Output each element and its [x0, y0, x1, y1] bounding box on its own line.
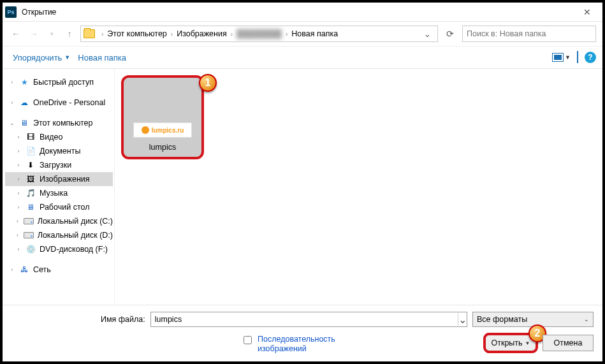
tree-label: Рабочий стол	[40, 203, 89, 212]
star-icon: ★	[19, 78, 29, 87]
filename-row: Имя файла: ⌄ Все форматы ⌄	[11, 312, 594, 327]
tree-music[interactable]: › 🎵 Музыка	[5, 186, 113, 200]
open-button[interactable]: Открыть ▼	[485, 335, 536, 351]
selection-highlight: lumpics.ru lumpics	[121, 75, 204, 159]
tree-pictures[interactable]: › 🖼 Изображения	[5, 172, 113, 186]
chevron-right-icon: ›	[228, 31, 235, 38]
open-label: Открыть	[491, 339, 522, 347]
window-title: Открытие	[22, 8, 574, 17]
nav-row: ← → ▾ ↑ › Этот компьютер › Изображения ›…	[3, 22, 602, 46]
tree-label: Документы	[40, 147, 80, 156]
chevron-down-icon: ▼	[525, 340, 530, 346]
chevron-down-icon[interactable]: ⌄	[420, 29, 435, 39]
recent-dropdown[interactable]: ▾	[45, 27, 59, 41]
preview-pane-button[interactable]	[577, 52, 578, 63]
tree-quick-access[interactable]: › ★ Быстрый доступ	[5, 75, 113, 89]
crumb-hidden[interactable]: ████████	[237, 29, 282, 38]
tree-label: Загрузки	[40, 161, 71, 170]
tree-disk-d[interactable]: › Локальный диск (D:)	[5, 228, 113, 242]
chevron-right-icon: ›	[283, 31, 290, 38]
organize-button[interactable]: Упорядочить ▼	[9, 50, 74, 65]
chevron-right-icon: ›	[99, 31, 106, 38]
tree-dvd[interactable]: › 💿 DVD-дисковод (F:)	[5, 242, 113, 256]
filename-input[interactable]	[151, 312, 458, 326]
title-bar: Ps Открытие ✕	[3, 3, 602, 22]
chevron-right-icon: ›	[15, 204, 22, 210]
view-mode-button[interactable]: ▼	[552, 53, 571, 62]
tree-disk-c[interactable]: › Локальный диск (C:)	[5, 214, 113, 228]
up-button[interactable]: ↑	[62, 27, 77, 41]
chevron-right-icon: ›	[15, 218, 20, 224]
crumb-folder[interactable]: Новая папка	[291, 29, 338, 38]
filename-label: Имя файла:	[11, 315, 145, 324]
navigation-tree: › ★ Быстрый доступ › ☁ OneDrive - Person…	[3, 69, 115, 305]
tree-label: Музыка	[40, 189, 68, 198]
file-item[interactable]: lumpics.ru lumpics 1	[121, 75, 204, 159]
tree-label: Видео	[40, 133, 63, 142]
dialog-body: › ★ Быстрый доступ › ☁ OneDrive - Person…	[3, 69, 602, 305]
chevron-right-icon: ›	[15, 246, 22, 252]
desktop-icon: 🖥	[26, 203, 36, 212]
cloud-icon: ☁	[19, 98, 29, 107]
chevron-right-icon: ›	[15, 134, 22, 140]
file-name: lumpics	[126, 143, 199, 154]
chevron-down-icon: ⌄	[584, 316, 589, 323]
image-sequence-checkbox[interactable]: Последовательность изображений	[11, 335, 360, 354]
tree-label: Быстрый доступ	[33, 78, 94, 87]
annotation-callout-1: 1	[199, 74, 217, 92]
folder-icon	[84, 29, 95, 38]
chevron-right-icon: ›	[15, 232, 20, 238]
chevron-right-icon: ›	[15, 148, 22, 154]
tree-label: DVD-дисковод (F:)	[40, 245, 108, 254]
breadcrumb-bar[interactable]: › Этот компьютер › Изображения › ███████…	[80, 25, 438, 42]
dvd-icon: 💿	[26, 245, 36, 254]
chevron-down-icon[interactable]: ⌄	[458, 312, 467, 327]
refresh-button[interactable]: ⟳	[442, 25, 458, 42]
new-folder-label: Новая папка	[78, 53, 126, 62]
tree-network[interactable]: › 🖧 Сеть	[5, 263, 113, 277]
chevron-down-icon: ▼	[565, 54, 571, 61]
crumb-thispc[interactable]: Этот компьютер	[107, 29, 166, 38]
music-icon: 🎵	[26, 189, 36, 198]
help-icon[interactable]: ?	[585, 52, 596, 63]
tree-desktop[interactable]: › 🖥 Рабочий стол	[5, 200, 113, 214]
tree-label: OneDrive - Personal	[33, 98, 105, 107]
close-icon[interactable]: ✕	[574, 7, 600, 17]
checkbox-input[interactable]	[244, 336, 252, 344]
file-list[interactable]: lumpics.ru lumpics 1	[115, 69, 602, 305]
cancel-label: Отмена	[554, 339, 583, 347]
tree-downloads[interactable]: › ⬇ Загрузки	[5, 158, 113, 172]
tree-label: Сеть	[33, 265, 51, 274]
tree-label: Изображения	[40, 175, 90, 184]
chevron-right-icon: ›	[15, 176, 22, 182]
monitor-icon: 🖥	[19, 119, 29, 127]
pictures-icon: 🖼	[26, 175, 36, 184]
preview-pane-icon	[577, 51, 578, 63]
search-input[interactable]	[462, 25, 596, 42]
chevron-right-icon: ›	[15, 162, 22, 168]
new-folder-button[interactable]: Новая папка	[74, 50, 130, 65]
tree-label: Локальный диск (C:)	[38, 217, 113, 226]
tree-documents[interactable]: › 📄 Документы	[5, 144, 113, 158]
thumbnail-badge: lumpics.ru	[152, 127, 184, 134]
open-button-wrap: Открыть ▼ 2	[485, 335, 536, 351]
tree-video[interactable]: › 🎞 Видео	[5, 130, 113, 144]
documents-icon: 📄	[26, 147, 36, 156]
tree-label: Этот компьютер	[33, 119, 92, 127]
chevron-right-icon: ›	[9, 79, 15, 85]
chevron-down-icon: ⌄	[9, 120, 15, 126]
file-thumbnail: lumpics.ru	[126, 80, 199, 139]
tree-label: Локальный диск (D:)	[38, 231, 113, 240]
toolbar: Упорядочить ▼ Новая папка ▼ ?	[3, 46, 602, 69]
filename-combo[interactable]: ⌄	[150, 312, 467, 327]
forward-button[interactable]: →	[27, 27, 41, 41]
drive-icon	[24, 217, 34, 226]
tree-onedrive[interactable]: › ☁ OneDrive - Personal	[5, 96, 113, 110]
thumbnail-preview: lumpics.ru	[133, 122, 192, 138]
drive-icon	[24, 231, 34, 240]
back-button[interactable]: ←	[9, 27, 23, 41]
organize-label: Упорядочить	[13, 53, 62, 62]
crumb-pictures[interactable]: Изображения	[177, 29, 227, 38]
cancel-button[interactable]: Отмена	[543, 335, 594, 351]
tree-thispc[interactable]: ⌄ 🖥 Этот компьютер	[5, 116, 113, 130]
